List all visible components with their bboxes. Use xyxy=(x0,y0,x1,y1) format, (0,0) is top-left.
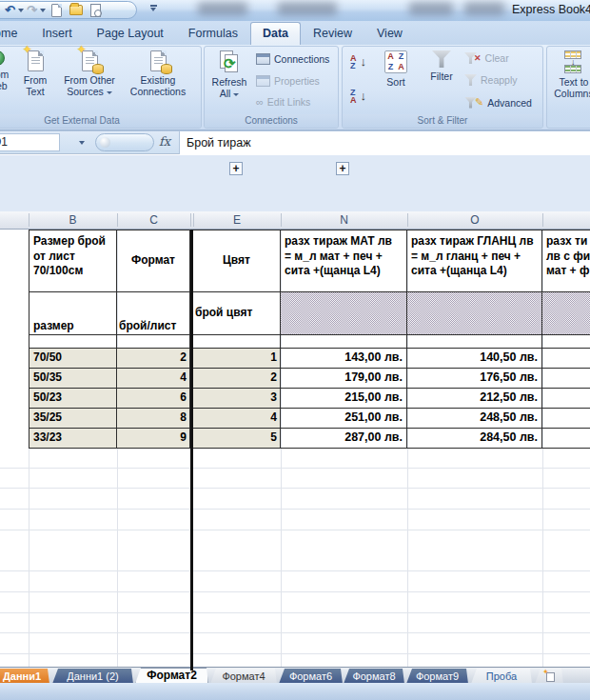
from-text-button[interactable]: ✦ From Text xyxy=(14,50,56,98)
text-to-columns-button[interactable]: ↓ Text to Columns xyxy=(549,50,590,100)
tab-review[interactable]: Review xyxy=(301,23,364,45)
cell-mat-price[interactable]: 215,00 лв. xyxy=(281,389,407,409)
cell-empty[interactable] xyxy=(542,349,590,369)
cell-empty[interactable] xyxy=(407,335,542,349)
tab-formulas[interactable]: Formulas xyxy=(176,23,250,45)
column-header-o[interactable]: O xyxy=(407,211,542,230)
cell-per-sheet[interactable]: 9 xyxy=(117,429,190,449)
sheet-tab-format4[interactable]: Формат4 xyxy=(210,669,277,684)
cell-colors[interactable]: 4 xyxy=(193,409,281,429)
cell-size[interactable]: 35/25 xyxy=(29,409,117,429)
undo-icon[interactable]: ↶ xyxy=(5,3,15,17)
cell-gloss-price[interactable]: 176,50 лв. xyxy=(407,369,542,389)
cell-header-gloss[interactable]: разх тираж ГЛАНЦ лв= м_л гланц + печ +си… xyxy=(407,230,542,292)
cell-mat-price[interactable]: 143,00 лв. xyxy=(281,349,407,369)
column-header-b[interactable]: B xyxy=(29,211,117,230)
cell-header-mat[interactable]: разх тираж МАТ лв= м_л мат + печ +сита +… xyxy=(281,230,407,292)
filter-button[interactable]: Filter xyxy=(421,50,462,82)
outline-expand-button[interactable]: + xyxy=(336,162,349,175)
tab-page-layout[interactable]: Page Layout xyxy=(85,23,176,45)
cell-header-format[interactable]: Формат xyxy=(117,230,190,292)
sheet-tab-danni1-2[interactable]: Данни1 (2) xyxy=(52,669,133,684)
cell-empty[interactable] xyxy=(542,335,590,349)
spreadsheet-grid[interactable]: Размер бройот лист70/100см Формат Цвят р… xyxy=(0,230,590,667)
tab-data[interactable]: Data xyxy=(250,22,301,45)
cell-empty[interactable] xyxy=(117,335,190,349)
cell-subheader-colors[interactable]: брой цвят xyxy=(193,292,281,335)
cell-size[interactable]: 33/23 xyxy=(29,429,117,449)
cell-gloss-price[interactable]: 212,50 лв. xyxy=(407,389,542,409)
advanced-button[interactable]: ✎ Advanced xyxy=(464,96,532,109)
clear-button[interactable]: ✕ Clear xyxy=(464,52,509,64)
cell-mat-price[interactable]: 251,00 лв. xyxy=(281,409,407,429)
formula-input[interactable]: Брой тираж xyxy=(179,131,590,154)
cell-empty[interactable] xyxy=(193,335,281,349)
refresh-all-button[interactable]: ⟳ Refresh All xyxy=(208,50,250,100)
cell-colors[interactable]: 1 xyxy=(193,349,281,369)
sheet-tab-format2[interactable]: Формат2 xyxy=(135,668,208,684)
cell-colors[interactable]: 5 xyxy=(193,429,281,449)
cell-empty[interactable] xyxy=(542,429,590,449)
tab-view[interactable]: View xyxy=(364,23,415,45)
cell-size[interactable]: 70/50 xyxy=(29,349,117,369)
outline-expand-button[interactable]: + xyxy=(229,162,243,175)
insert-worksheet-tab[interactable]: ✦ xyxy=(535,669,563,684)
cell-gloss-price[interactable]: 248,50 лв. xyxy=(407,409,542,429)
open-icon[interactable] xyxy=(69,5,83,15)
cell-empty[interactable] xyxy=(29,335,117,349)
properties-button[interactable]: Properties xyxy=(256,75,320,87)
cell-empty[interactable] xyxy=(281,335,407,349)
cell-empty[interactable] xyxy=(542,389,590,409)
cell-per-sheet[interactable]: 6 xyxy=(117,389,190,409)
sheet-tab-danni1[interactable]: Данни1 xyxy=(0,669,49,684)
undo-dropdown-icon[interactable] xyxy=(18,9,24,12)
sort-button[interactable]: AZZA Sort xyxy=(377,50,415,88)
cell-subheader-size[interactable]: размер xyxy=(29,292,117,335)
from-other-sources-button[interactable]: ✦ From Other Sources xyxy=(60,50,119,98)
cell-header-size[interactable]: Размер бройот лист70/100см xyxy=(29,230,117,292)
sheet-tab-format8[interactable]: Формат8 xyxy=(344,669,404,684)
cell-gloss-price[interactable]: 284,50 лв. xyxy=(407,429,542,449)
cell-size[interactable]: 50/23 xyxy=(29,389,117,409)
tab-home[interactable]: Home xyxy=(0,23,30,45)
cell-colors[interactable]: 3 xyxy=(193,389,281,409)
customize-qat-icon[interactable] xyxy=(149,5,157,11)
formula-bar-button[interactable] xyxy=(95,133,154,151)
name-box-dropdown-icon[interactable] xyxy=(79,141,85,145)
column-header-n[interactable]: N xyxy=(281,211,407,230)
cell-header-partial[interactable]: разх тилв с фимат + ф xyxy=(542,230,590,292)
sheet-tab-format6[interactable]: Формат6 xyxy=(279,669,343,684)
cell-empty[interactable] xyxy=(542,369,590,389)
cell-mat-price[interactable]: 179,00 лв. xyxy=(281,369,407,389)
edit-links-button[interactable]: ∞ Edit Links xyxy=(256,96,310,108)
redo-icon[interactable]: ↷ xyxy=(27,3,37,17)
cell-hatched[interactable] xyxy=(542,292,590,335)
cell-colors[interactable]: 2 xyxy=(193,369,281,389)
column-header-e[interactable]: E xyxy=(193,211,281,230)
connections-button[interactable]: Connections xyxy=(256,53,329,65)
cell-per-sheet[interactable]: 2 xyxy=(117,349,190,369)
sort-az-button[interactable]: AZ↓ xyxy=(350,54,366,70)
tab-insert[interactable]: Insert xyxy=(30,23,84,45)
cell-mat-price[interactable]: 287,00 лв. xyxy=(281,429,407,449)
cell-hatched[interactable] xyxy=(407,292,542,335)
sheet-tab-format9[interactable]: Формат9 xyxy=(406,669,468,684)
column-header-c[interactable]: C xyxy=(117,211,190,230)
reapply-button[interactable]: Reapply xyxy=(464,74,518,86)
cell-per-sheet[interactable]: 8 xyxy=(117,409,190,429)
cell-gloss-price[interactable]: 140,50 лв. xyxy=(407,349,542,369)
new-document-icon[interactable] xyxy=(51,4,62,17)
redo-dropdown-icon[interactable] xyxy=(40,9,46,12)
sort-za-button[interactable]: ZA↓ xyxy=(350,89,366,104)
insert-function-icon[interactable]: fx xyxy=(159,134,170,149)
print-preview-icon[interactable] xyxy=(90,4,101,17)
cell-header-color[interactable]: Цвят xyxy=(193,230,281,292)
existing-connections-button[interactable]: Existing Connections xyxy=(127,50,189,98)
cell-size[interactable]: 50/35 xyxy=(29,369,117,389)
name-box[interactable]: O1 xyxy=(0,133,60,151)
cell-hatched[interactable] xyxy=(281,292,407,335)
cell-per-sheet[interactable]: 4 xyxy=(117,369,190,389)
cell-empty[interactable] xyxy=(542,409,590,429)
sheet-tab-proba[interactable]: Проба xyxy=(471,669,532,684)
cell-subheader-per-sheet[interactable]: брой/лист xyxy=(117,292,190,335)
